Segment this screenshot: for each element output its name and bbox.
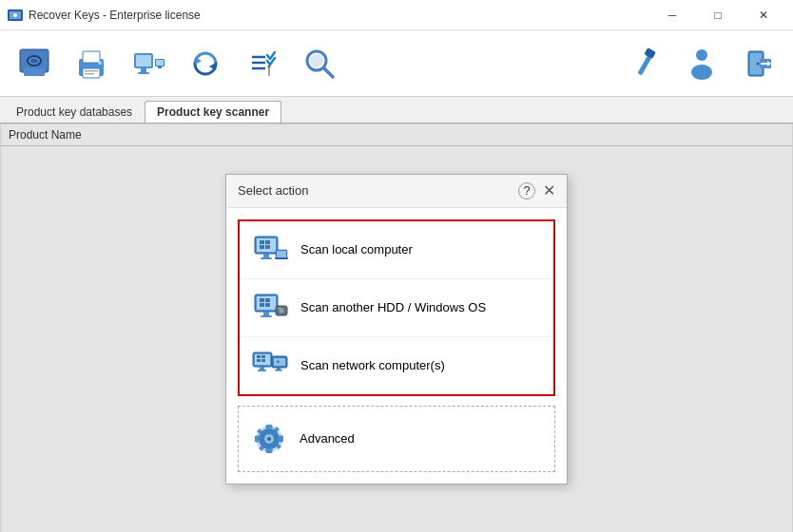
svg-rect-69: [261, 355, 265, 358]
advanced-section: Advanced: [238, 406, 555, 472]
svg-rect-67: [258, 370, 266, 371]
svg-point-13: [98, 61, 102, 65]
scan-hdd-icon: [251, 289, 289, 327]
dialog-help-button[interactable]: ?: [518, 182, 535, 200]
svg-point-29: [310, 54, 323, 67]
advanced-option[interactable]: Advanced: [239, 407, 554, 471]
advanced-gear-icon: [250, 420, 288, 458]
dialog-titlebar: Select action ? ✕: [226, 175, 567, 208]
scan-local-computer-option[interactable]: Scan local computer: [240, 221, 553, 279]
svg-rect-46: [265, 240, 270, 244]
toolbar: [0, 30, 793, 97]
svg-rect-17: [138, 72, 149, 74]
dialog-controls: ? ✕: [518, 182, 555, 200]
svg-marker-21: [195, 57, 202, 65]
svg-point-6: [30, 58, 38, 63]
svg-point-40: [757, 62, 760, 65]
svg-rect-56: [260, 298, 264, 302]
advanced-label: Advanced: [300, 431, 355, 446]
svg-rect-7: [24, 68, 45, 76]
svg-rect-47: [260, 245, 264, 249]
refresh-icon: [187, 46, 223, 82]
svg-rect-11: [85, 70, 98, 72]
title-bar: Recover Keys - Enterprise license ─ □ ✕: [0, 0, 793, 30]
svg-rect-9: [83, 51, 100, 63]
tab-product-key-scanner[interactable]: Product key scanner: [145, 101, 281, 123]
svg-rect-59: [265, 303, 270, 307]
exit-button[interactable]: [732, 35, 785, 92]
save-db-icon: [16, 46, 52, 82]
svg-rect-15: [136, 55, 151, 66]
svg-rect-20: [158, 66, 162, 68]
app-icon: [8, 8, 23, 23]
title-bar-left: Recover Keys - Enterprise license: [8, 8, 201, 23]
search-button[interactable]: [293, 35, 346, 92]
tools-button[interactable]: [618, 35, 671, 92]
network-button[interactable]: [122, 35, 175, 92]
refresh-button[interactable]: [179, 35, 232, 92]
title-bar-title: Recover Keys - Enterprise license: [29, 9, 201, 22]
svg-rect-70: [257, 359, 261, 362]
svg-point-33: [696, 49, 707, 61]
scan-hdd-option[interactable]: Scan another HDD / Windows OS: [240, 279, 553, 337]
close-button[interactable]: ✕: [742, 1, 785, 29]
tabs: Product key databases Product key scanne…: [0, 97, 793, 124]
svg-rect-44: [261, 257, 272, 259]
select-action-dialog: Select action ? ✕: [225, 174, 568, 484]
svg-rect-58: [260, 303, 264, 307]
svg-rect-57: [265, 298, 270, 302]
svg-rect-68: [257, 355, 261, 358]
search-icon: [301, 46, 338, 82]
svg-rect-45: [260, 240, 264, 244]
svg-rect-19: [156, 60, 164, 66]
svg-rect-12: [85, 73, 94, 75]
network-icon: [130, 46, 166, 82]
svg-point-27: [268, 65, 271, 67]
svg-line-30: [324, 68, 333, 77]
scan-button[interactable]: [236, 35, 289, 92]
svg-rect-71: [261, 359, 265, 362]
dialog-body: Scan local computer: [226, 208, 567, 484]
exit-icon: [741, 46, 777, 82]
tools-icon: [627, 46, 663, 82]
svg-point-34: [691, 65, 712, 80]
svg-rect-16: [141, 68, 146, 72]
dialog-close-button[interactable]: ✕: [543, 183, 555, 199]
svg-rect-50: [277, 251, 286, 257]
svg-rect-32: [644, 48, 656, 59]
tab-product-key-databases[interactable]: Product key databases: [4, 101, 145, 123]
dialog-title: Select action: [238, 183, 308, 198]
svg-rect-43: [263, 254, 269, 257]
minimize-button[interactable]: ─: [650, 1, 694, 29]
svg-marker-22: [209, 63, 216, 70]
svg-rect-55: [261, 315, 272, 317]
svg-rect-75: [275, 370, 282, 371]
maximize-button[interactable]: □: [696, 1, 740, 29]
info-icon: [684, 46, 720, 82]
svg-point-80: [267, 437, 271, 441]
svg-rect-66: [260, 367, 264, 370]
scan-network-label: Scan network computer(s): [300, 358, 445, 372]
scan-icon: [244, 46, 280, 82]
info-button[interactable]: [675, 35, 728, 92]
main-content: Product Name Select action ? ✕: [0, 124, 793, 532]
scan-options-section: Scan local computer: [238, 219, 555, 396]
svg-rect-51: [275, 257, 288, 259]
svg-point-62: [280, 309, 283, 312]
scan-local-label: Scan local computer: [300, 242, 413, 256]
scan-hdd-label: Scan another HDD / Windows OS: [300, 300, 486, 314]
svg-rect-48: [265, 245, 270, 249]
toolbar-right: [618, 35, 785, 92]
svg-text:✦: ✦: [276, 359, 280, 365]
print-button[interactable]: [65, 35, 118, 92]
save-db-button[interactable]: [8, 35, 61, 92]
scan-network-icon: ✦: [251, 347, 289, 385]
scan-network-option[interactable]: ✦ Scan network computer(s): [240, 337, 553, 394]
svg-rect-63: [278, 308, 281, 309]
print-icon: [73, 46, 109, 82]
svg-rect-54: [263, 312, 269, 315]
scan-local-icon: [251, 231, 289, 269]
dialog-overlay: Select action ? ✕: [1, 124, 792, 532]
title-bar-controls: ─ □ ✕: [650, 1, 785, 29]
svg-rect-74: [277, 368, 280, 370]
